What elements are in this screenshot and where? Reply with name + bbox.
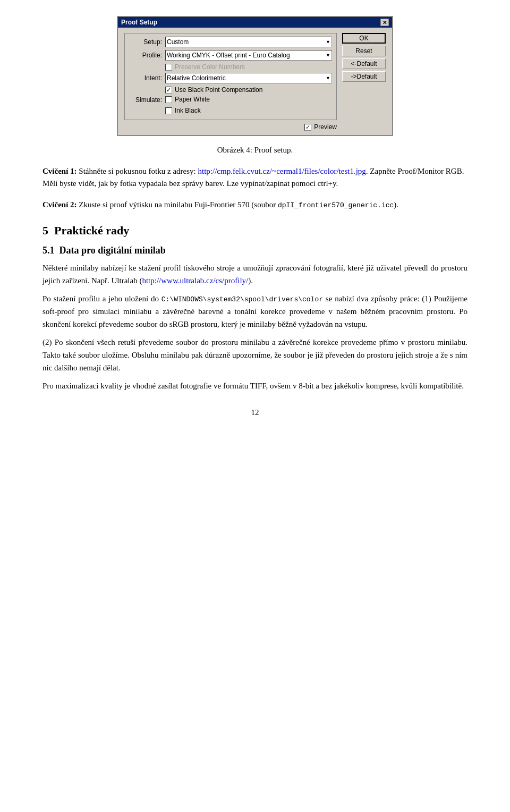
preview-checkbox[interactable] xyxy=(304,124,311,131)
paper-white-label: Paper White xyxy=(175,96,210,103)
preview-label: Preview xyxy=(314,123,337,131)
section-5-title: Praktické rady xyxy=(54,224,129,237)
paragraph-1: Některé minilaby nabízejí ke stažení pro… xyxy=(42,261,468,287)
preserve-color-checkbox[interactable] xyxy=(165,64,172,71)
page-number: 12 xyxy=(42,408,468,417)
intent-label: Intent: xyxy=(129,74,162,82)
black-point-label: Use Black Point Compensation xyxy=(175,86,262,94)
paragraph-3: (2) Po skončení všech retuší převedeme s… xyxy=(42,336,468,374)
ink-black-label: Ink Black xyxy=(175,107,201,114)
preview-row: Preview xyxy=(124,123,337,131)
dialog-buttons: OK Reset <-Default ->Default xyxy=(342,33,386,131)
simulate-row: Simulate: Paper White Ink Black xyxy=(129,96,332,116)
exercise-2-text: Zkuste si proof výtisku na minilabu Fuji… xyxy=(77,200,278,209)
preserve-color-label: Preserve Color Numbers xyxy=(175,63,245,71)
paragraph-4: Pro maximalizaci kvality je vhodné zasíl… xyxy=(42,379,468,392)
setup-value: Custom xyxy=(167,38,189,46)
profile-value: Working CMYK - Offset print - Euro Catal… xyxy=(167,52,290,59)
section-51-heading: 5.1 Data pro digitální minilab xyxy=(42,245,468,256)
setup-group: Setup: Custom ▼ Profile: Working CMYK - … xyxy=(124,33,337,120)
setup-row: Setup: Custom ▼ xyxy=(129,37,332,47)
para2-path: C:\WINDOWS\system32\spool\drivers\color xyxy=(162,295,323,303)
proof-setup-dialog: Proof Setup ✕ Setup: Custom ▼ xyxy=(42,16,468,136)
profile-select[interactable]: Working CMYK - Offset print - Euro Catal… xyxy=(165,50,332,61)
paper-white-checkbox[interactable] xyxy=(165,96,172,103)
exercise-2: Cvičení 2: Zkuste si proof výtisku na mi… xyxy=(42,199,468,211)
paper-white-row: Paper White xyxy=(165,96,210,103)
setup-label: Setup: xyxy=(129,38,162,46)
section-5-number: 5 xyxy=(42,224,48,237)
exercise-2-text2: ). xyxy=(394,200,398,209)
ink-black-row: Ink Black xyxy=(165,107,210,114)
profile-label: Profile: xyxy=(129,52,162,59)
dialog-title: Proof Setup xyxy=(121,19,157,26)
para2-text1: Po stažení profilu a jeho uložení do xyxy=(42,294,162,303)
left-default-button[interactable]: <-Default xyxy=(342,58,386,69)
exercise-2-filename: dpII_frontier570_generic.icc xyxy=(278,201,394,209)
chevron-down-icon: ▼ xyxy=(326,39,330,45)
close-icon[interactable]: ✕ xyxy=(380,19,389,26)
dialog-form: Setup: Custom ▼ Profile: Working CMYK - … xyxy=(124,33,337,131)
right-default-button[interactable]: ->Default xyxy=(342,71,386,82)
ink-black-checkbox[interactable] xyxy=(165,107,172,114)
section-51-title: Data pro digitální minilab xyxy=(60,245,166,256)
exercise-1: Cvičení 1: Stáhněte si pokusnou fotku z … xyxy=(42,165,468,189)
exercise-1-url[interactable]: http://cmp.felk.cvut.cz/~cermal1/files/c… xyxy=(198,167,366,175)
paragraph-2: Po stažení profilu a jeho uložení do C:\… xyxy=(42,292,468,331)
figure-caption: Obrázek 4: Proof setup. xyxy=(42,146,468,155)
simulate-label: Simulate: xyxy=(129,96,162,104)
dialog-titlebar: Proof Setup ✕ xyxy=(118,17,392,28)
exercise-1-label: Cvičení 1: xyxy=(42,167,77,175)
profile-row: Profile: Working CMYK - Offset print - E… xyxy=(129,50,332,61)
dialog-body: Setup: Custom ▼ Profile: Working CMYK - … xyxy=(118,28,392,135)
dialog-container: Proof Setup ✕ Setup: Custom ▼ xyxy=(117,16,393,136)
simulate-checks: Paper White Ink Black xyxy=(165,96,210,116)
intent-select[interactable]: Relative Colorimetric ▼ xyxy=(165,73,332,83)
section-51-number: 5.1 xyxy=(42,245,55,256)
section-5-heading: 5 Praktické rady xyxy=(42,224,468,238)
exercise-1-text: Stáhněte si pokusnou fotku z adresy: xyxy=(77,167,198,175)
chevron-down-icon: ▼ xyxy=(326,53,330,58)
ok-button[interactable]: OK xyxy=(342,33,386,44)
paragraph-1b: ). xyxy=(248,276,253,285)
exercise-2-label: Cvičení 2: xyxy=(42,200,77,209)
black-point-row: Use Black Point Compensation xyxy=(165,86,332,94)
black-point-checkbox[interactable] xyxy=(165,87,172,94)
intent-row: Intent: Relative Colorimetric ▼ xyxy=(129,73,332,83)
chevron-down-icon: ▼ xyxy=(326,75,330,81)
preserve-color-row: Preserve Color Numbers xyxy=(165,63,332,71)
ultralab-url[interactable]: http://www.ultralab.cz/cs/profily/ xyxy=(142,276,248,285)
paragraph-1-text: Některé minilaby nabízejí ke stažení pro… xyxy=(42,264,468,285)
intent-value: Relative Colorimetric xyxy=(167,74,226,82)
reset-button[interactable]: Reset xyxy=(342,46,386,56)
setup-select[interactable]: Custom ▼ xyxy=(165,37,332,47)
